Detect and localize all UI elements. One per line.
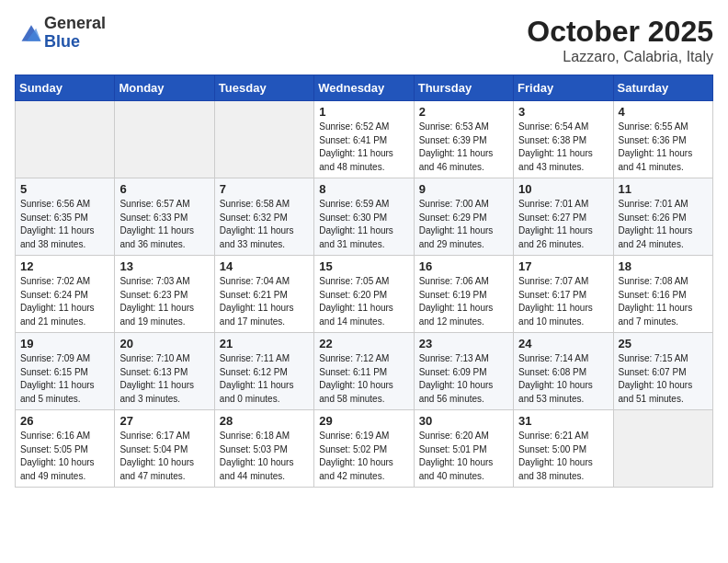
day-number: 22 (319, 337, 408, 350)
day-info: Sunrise: 7:08 AM Sunset: 6:16 PM Dayligh… (619, 275, 708, 328)
weekday-header-saturday: Saturday (613, 75, 712, 101)
calendar-week-4: 19Sunrise: 7:09 AM Sunset: 6:15 PM Dayli… (16, 333, 713, 410)
day-number: 21 (220, 337, 309, 350)
day-number: 5 (20, 182, 109, 196)
day-info: Sunrise: 7:05 AM Sunset: 6:20 PM Dayligh… (319, 275, 408, 328)
calendar-cell: 10Sunrise: 7:01 AM Sunset: 6:27 PM Dayli… (514, 178, 613, 256)
logo-text: General Blue (44, 15, 106, 52)
calendar-cell: 25Sunrise: 7:15 AM Sunset: 6:07 PM Dayli… (613, 333, 712, 410)
title-area: October 2025 Lazzaro, Calabria, Italy (527, 15, 713, 65)
day-number: 8 (319, 182, 408, 196)
logo-icon (18, 20, 44, 46)
day-info: Sunrise: 6:54 AM Sunset: 6:38 PM Dayligh… (518, 121, 608, 174)
calendar-cell: 6Sunrise: 6:57 AM Sunset: 6:33 PM Daylig… (115, 178, 214, 256)
day-number: 18 (619, 259, 708, 273)
calendar-cell: 12Sunrise: 7:02 AM Sunset: 6:24 PM Dayli… (16, 256, 115, 333)
calendar-cell: 24Sunrise: 7:14 AM Sunset: 6:08 PM Dayli… (514, 333, 613, 410)
day-number: 24 (518, 337, 608, 350)
calendar-cell: 9Sunrise: 7:00 AM Sunset: 6:29 PM Daylig… (414, 178, 513, 256)
day-info: Sunrise: 6:58 AM Sunset: 6:32 PM Dayligh… (220, 198, 309, 251)
day-info: Sunrise: 7:09 AM Sunset: 6:15 PM Dayligh… (20, 352, 109, 406)
day-number: 7 (220, 182, 309, 196)
calendar-cell: 14Sunrise: 7:04 AM Sunset: 6:21 PM Dayli… (214, 256, 313, 333)
calendar-cell: 3Sunrise: 6:54 AM Sunset: 6:38 PM Daylig… (514, 101, 613, 178)
page-header: General Blue October 2025 Lazzaro, Calab… (15, 15, 713, 65)
day-number: 2 (419, 105, 508, 119)
calendar-cell: 16Sunrise: 7:06 AM Sunset: 6:19 PM Dayli… (414, 256, 513, 333)
day-info: Sunrise: 6:55 AM Sunset: 6:36 PM Dayligh… (619, 121, 708, 174)
day-number: 4 (619, 105, 708, 119)
logo-general: General (44, 15, 106, 33)
calendar-cell: 18Sunrise: 7:08 AM Sunset: 6:16 PM Dayli… (613, 256, 712, 333)
day-info: Sunrise: 6:56 AM Sunset: 6:35 PM Dayligh… (20, 198, 109, 251)
day-info: Sunrise: 7:07 AM Sunset: 6:17 PM Dayligh… (518, 275, 608, 328)
day-number: 16 (419, 259, 508, 273)
calendar-cell: 21Sunrise: 7:11 AM Sunset: 6:12 PM Dayli… (214, 333, 313, 410)
calendar-cell: 1Sunrise: 6:52 AM Sunset: 6:41 PM Daylig… (314, 101, 414, 178)
logo: General Blue (15, 15, 106, 52)
day-info: Sunrise: 6:19 AM Sunset: 5:02 PM Dayligh… (319, 430, 408, 483)
calendar-cell (613, 410, 712, 488)
calendar-week-5: 26Sunrise: 6:16 AM Sunset: 5:05 PM Dayli… (16, 410, 713, 488)
day-info: Sunrise: 7:01 AM Sunset: 6:26 PM Dayligh… (619, 198, 708, 251)
day-number: 28 (220, 414, 309, 428)
calendar-cell: 23Sunrise: 7:13 AM Sunset: 6:09 PM Dayli… (414, 333, 513, 410)
calendar-cell: 8Sunrise: 6:59 AM Sunset: 6:30 PM Daylig… (314, 178, 414, 256)
day-info: Sunrise: 7:11 AM Sunset: 6:12 PM Dayligh… (220, 352, 309, 406)
day-number: 27 (119, 414, 209, 428)
day-number: 30 (419, 414, 508, 428)
day-number: 25 (619, 337, 708, 350)
day-number: 10 (518, 182, 608, 196)
day-info: Sunrise: 6:57 AM Sunset: 6:33 PM Dayligh… (119, 198, 209, 251)
calendar-cell: 7Sunrise: 6:58 AM Sunset: 6:32 PM Daylig… (214, 178, 313, 256)
day-info: Sunrise: 6:17 AM Sunset: 5:04 PM Dayligh… (119, 430, 209, 483)
day-number: 12 (20, 259, 109, 273)
weekday-header-monday: Monday (115, 75, 214, 101)
calendar-cell (16, 101, 115, 178)
calendar-week-1: 1Sunrise: 6:52 AM Sunset: 6:41 PM Daylig… (16, 101, 713, 178)
day-info: Sunrise: 7:03 AM Sunset: 6:23 PM Dayligh… (119, 275, 209, 328)
day-info: Sunrise: 7:00 AM Sunset: 6:29 PM Dayligh… (419, 198, 508, 251)
day-info: Sunrise: 6:21 AM Sunset: 5:00 PM Dayligh… (518, 430, 608, 483)
day-number: 3 (518, 105, 608, 119)
day-number: 19 (20, 337, 109, 350)
day-number: 9 (419, 182, 508, 196)
weekday-header-sunday: Sunday (16, 75, 115, 101)
calendar-cell: 29Sunrise: 6:19 AM Sunset: 5:02 PM Dayli… (314, 410, 414, 488)
day-info: Sunrise: 6:20 AM Sunset: 5:01 PM Dayligh… (419, 430, 508, 483)
day-number: 6 (119, 182, 209, 196)
day-info: Sunrise: 7:04 AM Sunset: 6:21 PM Dayligh… (220, 275, 309, 328)
calendar-cell: 20Sunrise: 7:10 AM Sunset: 6:13 PM Dayli… (115, 333, 214, 410)
calendar-cell: 13Sunrise: 7:03 AM Sunset: 6:23 PM Dayli… (115, 256, 214, 333)
weekday-header-friday: Friday (514, 75, 613, 101)
calendar-cell: 15Sunrise: 7:05 AM Sunset: 6:20 PM Dayli… (314, 256, 414, 333)
day-number: 1 (319, 105, 408, 119)
calendar-week-2: 5Sunrise: 6:56 AM Sunset: 6:35 PM Daylig… (16, 178, 713, 256)
calendar-body: 1Sunrise: 6:52 AM Sunset: 6:41 PM Daylig… (16, 101, 713, 488)
calendar-cell: 22Sunrise: 7:12 AM Sunset: 6:11 PM Dayli… (314, 333, 414, 410)
month-title: October 2025 (527, 15, 713, 49)
calendar-cell (214, 101, 313, 178)
day-info: Sunrise: 6:59 AM Sunset: 6:30 PM Dayligh… (319, 198, 408, 251)
day-number: 31 (518, 414, 608, 428)
calendar-cell (115, 101, 214, 178)
calendar-cell: 2Sunrise: 6:53 AM Sunset: 6:39 PM Daylig… (414, 101, 513, 178)
weekday-row: SundayMondayTuesdayWednesdayThursdayFrid… (16, 75, 713, 101)
day-number: 13 (119, 259, 209, 273)
calendar-cell: 4Sunrise: 6:55 AM Sunset: 6:36 PM Daylig… (613, 101, 712, 178)
weekday-header-thursday: Thursday (414, 75, 513, 101)
day-info: Sunrise: 7:12 AM Sunset: 6:11 PM Dayligh… (319, 352, 408, 406)
location: Lazzaro, Calabria, Italy (527, 49, 713, 65)
calendar: SundayMondayTuesdayWednesdayThursdayFrid… (15, 75, 713, 488)
calendar-cell: 28Sunrise: 6:18 AM Sunset: 5:03 PM Dayli… (214, 410, 313, 488)
day-number: 23 (419, 337, 508, 350)
day-info: Sunrise: 6:18 AM Sunset: 5:03 PM Dayligh… (220, 430, 309, 483)
day-info: Sunrise: 6:52 AM Sunset: 6:41 PM Dayligh… (319, 121, 408, 174)
day-number: 14 (220, 259, 309, 273)
day-info: Sunrise: 7:01 AM Sunset: 6:27 PM Dayligh… (518, 198, 608, 251)
day-number: 11 (619, 182, 708, 196)
day-info: Sunrise: 7:15 AM Sunset: 6:07 PM Dayligh… (619, 352, 708, 406)
day-info: Sunrise: 6:53 AM Sunset: 6:39 PM Dayligh… (419, 121, 508, 174)
weekday-header-tuesday: Tuesday (214, 75, 313, 101)
day-info: Sunrise: 7:13 AM Sunset: 6:09 PM Dayligh… (419, 352, 508, 406)
